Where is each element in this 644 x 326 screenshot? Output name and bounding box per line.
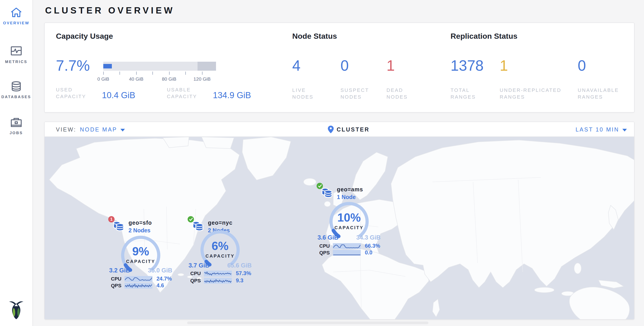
- capacity-used-value: 3.7 GiB: [188, 262, 210, 269]
- used-capacity: USED CAPACITY 10.4 GiB: [56, 86, 135, 100]
- usable-capacity: USABLE CAPACITY 134.9 GiB: [167, 86, 251, 100]
- node-status-title: Node Status: [292, 32, 337, 41]
- sidebar-item-databases[interactable]: DATABASES: [0, 81, 32, 99]
- capacity-bar-nonusable-segment: [198, 62, 216, 71]
- live-nodes-value: 4: [292, 57, 300, 74]
- time-range-selector[interactable]: LAST 10 MIN: [576, 127, 619, 133]
- home-icon: [10, 7, 22, 18]
- view-label: VIEW:: [56, 127, 76, 133]
- total-ranges-value: 1378: [450, 57, 484, 74]
- qps-sparkline: [204, 278, 232, 284]
- qps-sparkline: [124, 283, 152, 288]
- used-capacity-label: USED CAPACITY: [56, 86, 95, 100]
- capacity-bar-ticks: [103, 72, 216, 75]
- under-replicated-ranges-value: 1: [500, 57, 508, 74]
- capacity-bar-used-segment: [103, 64, 112, 68]
- capacity-bar: [103, 62, 216, 71]
- capacity-used-value: 3.6 GiB: [318, 234, 338, 241]
- capacity-label: CAPACITY: [326, 225, 372, 230]
- map-toolbar: VIEW:NODE MAP CLUSTER LAST 10 MIN: [45, 122, 634, 137]
- locality-name: geo=nyc: [208, 220, 232, 226]
- qps-value: 9.3: [236, 277, 243, 284]
- sidebar-item-label: JOBS: [0, 131, 32, 135]
- sidebar-item-jobs[interactable]: JOBS: [0, 117, 32, 135]
- cpu-value: 66.3%: [365, 243, 380, 249]
- capacity-bar-tick-labels: 0 GiB 40 GiB 80 GiB 120 GiB: [103, 76, 220, 82]
- healthy-check-icon: [188, 216, 194, 222]
- capacity-percent: 10%: [326, 211, 372, 225]
- capacity-total-value: 65.6 GiB: [227, 262, 252, 269]
- metrics-icon: [10, 46, 22, 57]
- world-map: 1 geo=sfo 2 Nodes: [45, 137, 634, 320]
- cpu-value: 57.3%: [236, 270, 251, 277]
- sidebar-item-label: METRICS: [0, 59, 32, 64]
- capacity-usage-title: Capacity Usage: [56, 32, 113, 41]
- sidebar-item-label: OVERVIEW: [0, 21, 32, 25]
- qps-value: 0.0: [365, 249, 372, 256]
- live-nodes-label: LIVE NODES: [292, 87, 328, 100]
- qps-label: QPS: [111, 283, 124, 288]
- node-map-card: VIEW:NODE MAP CLUSTER LAST 10 MIN: [44, 122, 634, 320]
- total-ranges-label: TOTAL RANGES: [450, 87, 486, 100]
- locality-header-ams[interactable]: geo=ams 1 Node: [319, 186, 363, 200]
- suspect-nodes-label: SUSPECT NODES: [340, 87, 376, 100]
- cpu-sparkline: [204, 270, 232, 276]
- replication-status-title: Replication Status: [450, 32, 518, 41]
- used-capacity-value: 10.4 GiB: [102, 91, 135, 100]
- cpu-sparkline: [333, 243, 361, 249]
- map-pin-icon: [328, 126, 334, 133]
- page-title: CLUSTER OVERVIEW: [45, 5, 175, 16]
- suspect-nodes-value: 0: [340, 57, 349, 74]
- db-stack-icon: [319, 186, 333, 199]
- chevron-down-icon[interactable]: [622, 129, 627, 132]
- qps-sparkline: [333, 250, 361, 256]
- view-selector[interactable]: NODE MAP: [80, 127, 117, 133]
- usable-capacity-label: USABLE CAPACITY: [167, 86, 206, 100]
- breadcrumb[interactable]: CLUSTER: [337, 126, 370, 133]
- capacity-used-value: 3.2 GiB: [109, 267, 130, 274]
- databases-icon: [10, 81, 22, 92]
- cluster-overview-page: OVERVIEW METRICS DATABASES: [0, 0, 644, 326]
- locality-name: geo=ams: [337, 186, 363, 193]
- qps-label: QPS: [190, 278, 204, 283]
- sidebar-item-overview[interactable]: OVERVIEW: [0, 7, 32, 25]
- under-replicated-ranges-label: UNDER-REPLICATED RANGES: [500, 87, 567, 100]
- horizontal-scrollbar[interactable]: [187, 322, 428, 324]
- chevron-down-icon[interactable]: [120, 129, 125, 132]
- dead-nodes-value: 1: [386, 57, 395, 74]
- usable-capacity-value: 134.9 GiB: [213, 91, 251, 100]
- error-count-badge: 1: [108, 216, 114, 222]
- capacity-total-value: 35.0 GiB: [148, 267, 172, 274]
- dead-nodes-label: DEAD NODES: [386, 87, 422, 100]
- sidebar: OVERVIEW METRICS DATABASES: [0, 0, 33, 326]
- capacity-percent: 9%: [118, 245, 163, 258]
- qps-value: 4.6: [156, 282, 164, 289]
- jobs-icon: [10, 117, 22, 128]
- sidebar-item-label: DATABASES: [0, 95, 32, 99]
- capacity-total-value: 34.3 GiB: [356, 234, 381, 241]
- cpu-value: 24.7%: [156, 276, 172, 282]
- cluster-summary-card: Capacity Usage 7.7% 0 GiB 40 GiB 80 GiB …: [44, 22, 634, 113]
- sidebar-item-metrics[interactable]: METRICS: [0, 46, 32, 64]
- unavailable-ranges-label: UNAVAILABLE RANGES: [578, 87, 632, 100]
- locality-header-sfo[interactable]: 1 geo=sfo 2 Nodes: [111, 219, 152, 234]
- cpu-label: CPU: [111, 276, 124, 281]
- capacity-used-percent: 7.7%: [56, 57, 90, 74]
- capacity-label: CAPACITY: [118, 259, 163, 264]
- qps-label: QPS: [319, 250, 333, 255]
- unavailable-ranges-value: 0: [578, 57, 586, 74]
- cockroachdb-logo: [8, 299, 25, 320]
- healthy-check-icon: [316, 183, 323, 189]
- cpu-label: CPU: [190, 271, 204, 276]
- capacity-label: CAPACITY: [198, 254, 243, 258]
- locality-name: geo=sfo: [128, 220, 152, 226]
- db-stack-icon: 1: [111, 219, 124, 232]
- cpu-label: CPU: [319, 243, 333, 249]
- cpu-sparkline: [124, 276, 152, 282]
- capacity-percent: 6%: [198, 239, 243, 253]
